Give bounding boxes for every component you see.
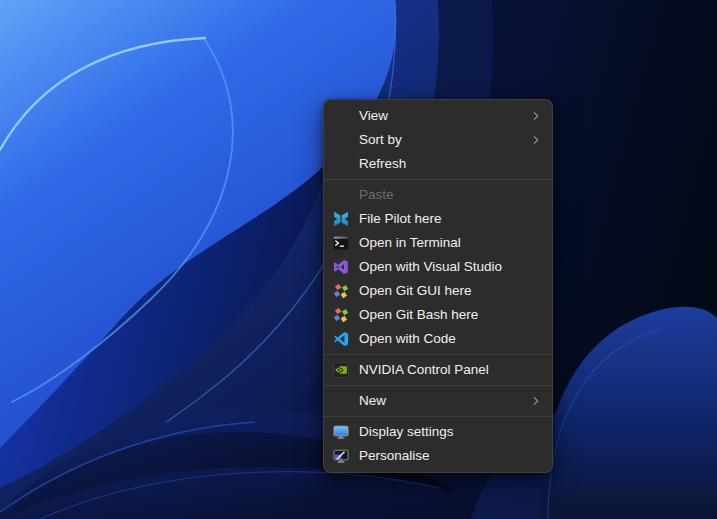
menu-item-icon-slot <box>333 108 349 124</box>
menu-item-open-with-code[interactable]: Open with Code <box>324 327 552 351</box>
vscode-icon <box>333 331 349 347</box>
git-icon <box>333 283 349 299</box>
menu-item-label: View <box>359 104 520 128</box>
menu-item-personalise[interactable]: Personalise <box>324 444 552 468</box>
menu-item-icon-slot <box>333 132 349 148</box>
menu-item-refresh[interactable]: Refresh <box>324 152 552 176</box>
menu-item-open-with-visual-studio[interactable]: Open with Visual Studio <box>324 255 552 279</box>
menu-item-sort-by[interactable]: Sort by <box>324 128 552 152</box>
chevron-right-icon <box>530 395 542 407</box>
menu-item-label: Open with Visual Studio <box>359 255 544 279</box>
menu-item-open-in-terminal[interactable]: Open in Terminal <box>324 231 552 255</box>
menu-item-label: Refresh <box>359 152 544 176</box>
menu-item-paste: Paste <box>324 183 552 207</box>
menu-item-label: NVIDIA Control Panel <box>359 358 544 382</box>
desktop-context-menu: ViewSort byRefreshPasteFile Pilot hereOp… <box>323 99 553 473</box>
menu-item-icon-slot <box>333 156 349 172</box>
menu-item-icon-slot <box>333 393 349 409</box>
menu-item-label: Open Git GUI here <box>359 279 544 303</box>
menu-item-file-pilot-here[interactable]: File Pilot here <box>324 207 552 231</box>
chevron-right-icon <box>530 134 542 146</box>
menu-item-open-git-gui-here[interactable]: Open Git GUI here <box>324 279 552 303</box>
menu-item-nvidia-control-panel[interactable]: NVIDIA Control Panel <box>324 358 552 382</box>
menu-item-new[interactable]: New <box>324 389 552 413</box>
menu-item-label: Open Git Bash here <box>359 303 544 327</box>
menu-item-label: New <box>359 389 520 413</box>
menu-item-label: Display settings <box>359 420 544 444</box>
menu-separator <box>324 385 552 386</box>
menu-item-icon-slot <box>333 187 349 203</box>
menu-item-view[interactable]: View <box>324 104 552 128</box>
menu-item-label: Open in Terminal <box>359 231 544 255</box>
menu-item-label: Open with Code <box>359 327 544 351</box>
nvidia-icon <box>333 362 349 378</box>
visual-studio-icon <box>333 259 349 275</box>
menu-item-label: Personalise <box>359 444 544 468</box>
menu-item-display-settings[interactable]: Display settings <box>324 420 552 444</box>
display-settings-icon <box>333 424 349 440</box>
menu-item-label: Sort by <box>359 128 520 152</box>
desktop-wallpaper[interactable]: ViewSort byRefreshPasteFile Pilot hereOp… <box>0 0 717 519</box>
terminal-icon <box>333 235 349 251</box>
menu-item-open-git-bash-here[interactable]: Open Git Bash here <box>324 303 552 327</box>
menu-separator <box>324 416 552 417</box>
menu-item-label: Paste <box>359 183 544 207</box>
menu-item-label: File Pilot here <box>359 207 544 231</box>
personalise-icon <box>333 448 349 464</box>
chevron-right-icon <box>530 110 542 122</box>
menu-separator <box>324 179 552 180</box>
menu-separator <box>324 354 552 355</box>
git-icon <box>333 307 349 323</box>
file-pilot-icon <box>333 211 349 227</box>
